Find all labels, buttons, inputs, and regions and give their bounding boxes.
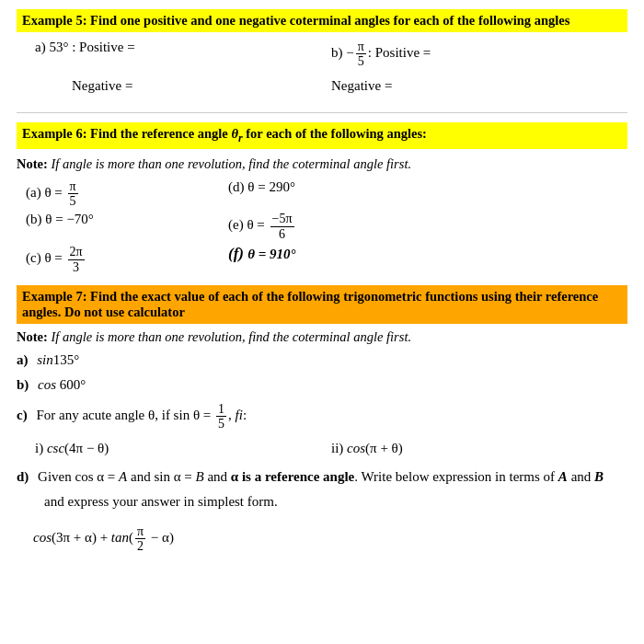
ex7-d-tan-frac-den: 2 — [135, 539, 145, 553]
ex6-c-theta: θ = — [44, 251, 65, 266]
ex5-a-negative-col: Negative = — [17, 75, 322, 101]
ex6-item-d: (d) θ = 290° — [228, 179, 431, 209]
ex7-d-note: and express your answer in simplest form… — [44, 494, 278, 509]
ex7-c-suffix: , fi: — [228, 408, 247, 422]
ex7-c-subitems: i) csc(4π − θ) ii) cos(π + θ) — [35, 441, 627, 456]
ex7-a-label: a) — [17, 352, 29, 367]
ex6-e-frac-num: −5π — [270, 212, 294, 226]
ex6-note-label: Note: — [17, 156, 48, 171]
ex7-d-paren-open: ( — [129, 530, 133, 545]
ex7-note-label: Note: — [17, 329, 48, 344]
ex5-negative-row: Negative = Negative = — [17, 75, 627, 101]
ex6-a-frac-den: 5 — [68, 194, 78, 208]
ex5-b-col: b) −π5: Positive = — [331, 40, 627, 69]
ex7-c-label: c) — [17, 408, 28, 422]
ex7-d-text2: . Write below expression in terms of A a… — [354, 469, 604, 484]
ex6-a-theta: θ = — [44, 185, 65, 200]
divider1 — [17, 112, 627, 113]
ex6-d-label: (d) — [228, 179, 247, 194]
ex6-item-empty3 — [431, 245, 633, 274]
example5-header: Example 5: Find one positive and one neg… — [17, 9, 627, 32]
ex6-e-theta: θ = — [247, 218, 268, 233]
ex5-b-suffix: : Positive = — [368, 45, 431, 60]
example7-section: Note: If angle is more than one revoluti… — [17, 329, 627, 554]
ex6-item-empty1 — [431, 179, 633, 209]
ex6-item-b: (b) θ = −70° — [26, 212, 228, 241]
ex6-grid: (a) θ = π5 (d) θ = 290° (b) θ = −70° (e)… — [26, 179, 627, 274]
ex6-c-label: (c) — [26, 251, 44, 266]
ex5-a-negative: Negative = — [72, 78, 322, 94]
ex5-b-frac: π5 — [356, 40, 366, 69]
ex7-c-text: For any acute angle θ, if sin θ = — [36, 408, 214, 422]
ex6-c-frac-num: 2π — [68, 245, 85, 259]
ex6-c-frac-den: 3 — [71, 260, 81, 274]
ex7-ci-expr: csc(4π − θ) — [47, 441, 109, 455]
ex6-d-expr: θ = 290° — [247, 179, 295, 194]
ex7-d-tan-frac: π2 — [135, 524, 145, 554]
ex6-e-frac-den: 6 — [277, 227, 287, 241]
example7-label: Example 7: Find the exact value of each … — [22, 289, 598, 319]
ex5-b-frac-den: 5 — [356, 54, 366, 68]
ex7-cii-label: ii) — [331, 441, 347, 455]
ex6-f-eq: = 910° — [255, 247, 296, 261]
ex6-item-a: (a) θ = π5 — [26, 179, 228, 209]
ex6-e-label: (e) — [228, 218, 247, 233]
ex7-d-paren-content: − α) — [147, 530, 174, 545]
ex7-d-cos-prefix: cos(3π + α) + tan — [33, 530, 129, 545]
ex5-a-label: a) 53° : Positive = — [35, 40, 135, 54]
ex5-b-negative-col: Negative = — [322, 75, 627, 101]
example7-header: Example 7: Find the exact value of each … — [17, 285, 627, 324]
example6-section: Example 6: Find the reference angle θr f… — [17, 122, 627, 274]
ex7-cii: ii) cos(π + θ) — [331, 441, 627, 456]
ex6-note-text: If angle is more than one revolution, fi… — [51, 156, 411, 171]
ex6-e-frac: −5π6 — [270, 212, 294, 241]
ex6-a-frac-num: π — [68, 179, 78, 194]
ex7-d: d) Given cos α = A and sin α = B and α i… — [17, 469, 627, 485]
ex5-b-prefix: b) − — [331, 45, 354, 60]
ex6-a-frac: π5 — [68, 179, 78, 209]
example6-header: Example 6: Find the reference angle θr f… — [17, 122, 627, 149]
ex7-note: Note: If angle is more than one revoluti… — [17, 329, 627, 345]
ex7-d-label: d) — [17, 469, 29, 484]
ex6-note: Note: If angle is more than one revoluti… — [17, 156, 627, 172]
ex7-c-frac-den: 5 — [216, 417, 226, 431]
ex5-b-negative-label: Negative = — [331, 78, 392, 93]
ex6-b-label: (b) — [26, 212, 45, 226]
ex7-c-frac: 15 — [216, 402, 226, 431]
ex7-d-text1: Given cos α = A and sin α = B and — [38, 469, 231, 484]
ex7-c-frac-num: 1 — [216, 402, 226, 417]
ex7-note-text: If angle is more than one revolution, fi… — [51, 329, 411, 344]
ex5-ab-row: a) 53° : Positive = b) −π5: Positive = — [17, 40, 627, 69]
ex5-a-col: a) 53° : Positive = — [35, 40, 331, 69]
ex7-d-bold: α is a reference angle — [231, 469, 354, 484]
ex7-d-and-note: and express your answer in simplest form… — [44, 494, 627, 510]
ex7-d-expr: cos(3π + α) + tan(π2 − α) — [33, 524, 627, 554]
example5-section: Example 5: Find one positive and one neg… — [17, 9, 627, 101]
ex7-ci: i) csc(4π − θ) — [35, 441, 331, 456]
ex6-f-label: (f) — [228, 245, 247, 262]
ex6-a-label: (a) — [26, 185, 44, 200]
ex6-item-f: (f) θ = 910° — [228, 245, 431, 274]
ex7-b-expr: cos 600° — [38, 377, 86, 392]
ex7-c: c) For any acute angle θ, if sin θ = 15,… — [17, 402, 627, 431]
example6-label: Example 6: Find the reference angle θr f… — [22, 126, 427, 141]
ex6-item-empty2 — [431, 212, 633, 241]
ex5-b-negative: Negative = — [331, 78, 627, 94]
ex6-c-frac: 2π3 — [68, 245, 85, 274]
ex6-f-expr: θ — [247, 247, 255, 261]
ex5-b-frac-num: π — [356, 40, 366, 54]
ex7-b: b) cos 600° — [17, 377, 627, 393]
example5-label: Example 5: Find one positive and one neg… — [22, 13, 569, 28]
ex7-cii-expr: cos(π + θ) — [347, 441, 403, 455]
ex6-item-c: (c) θ = 2π3 — [26, 245, 228, 274]
ex7-ci-label: i) — [35, 441, 47, 455]
ex7-b-label: b) — [17, 377, 29, 392]
ex7-a: a) sin135° — [17, 352, 627, 368]
ex6-item-e: (e) θ = −5π6 — [228, 212, 431, 241]
ex5-a-negative-label: Negative = — [72, 78, 132, 93]
ex7-d-tan-frac-num: π — [135, 524, 145, 539]
ex7-a-expr: sin135° — [37, 352, 79, 367]
ex6-b-expr: θ = −70° — [45, 212, 94, 226]
